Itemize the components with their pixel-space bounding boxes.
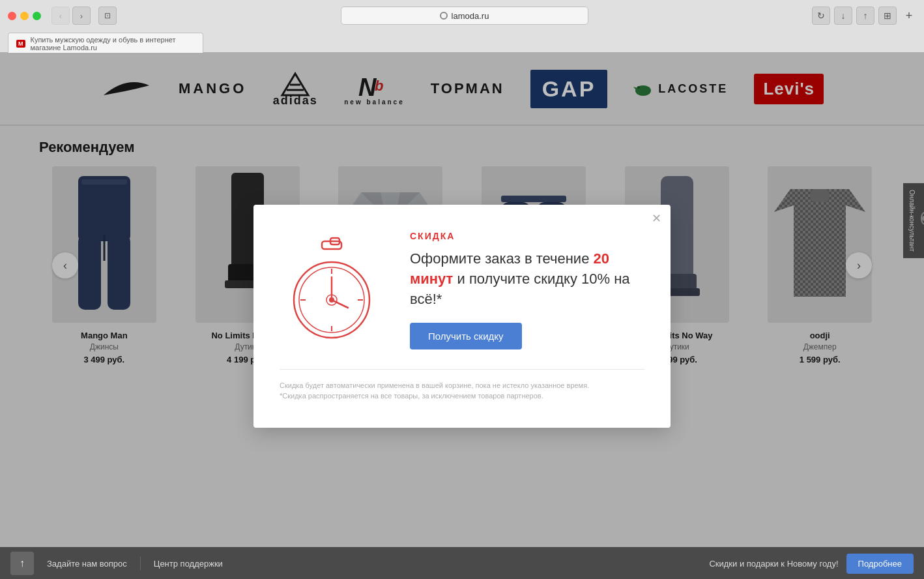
maximize-button[interactable]: [33, 12, 41, 20]
back-button[interactable]: ‹: [51, 7, 70, 25]
close-button[interactable]: [8, 12, 16, 20]
new-tab-button[interactable]: +: [902, 8, 916, 23]
headline-part1: Оформите заказ в течение: [410, 250, 594, 267]
nav-buttons: ‹ ›: [51, 7, 91, 25]
tab-bar: M Купить мужскую одежду и обувь в интерн…: [0, 31, 924, 52]
gmail-icon: M: [16, 40, 25, 48]
svg-point-40: [329, 297, 334, 303]
minimize-button[interactable]: [20, 12, 29, 20]
fullscreen-button[interactable]: ⊞: [878, 7, 897, 25]
address-bar[interactable]: lamoda.ru: [341, 7, 588, 25]
modal-footer-line2: *Скидка распространяется на все товары, …: [280, 391, 644, 402]
url-text: lamoda.ru: [452, 11, 489, 21]
browser-chrome: ‹ › ⊡ lamoda.ru ↻ ↓ ↑ ⊞ + M Купить мужск…: [0, 0, 924, 53]
bottom-bar: ↑ Задайте нам вопрос Центр поддержки Ски…: [0, 547, 924, 579]
bottom-separator: [140, 557, 141, 570]
ask-question-link[interactable]: Задайте нам вопрос: [47, 559, 127, 569]
lock-icon: [440, 12, 448, 20]
upload-arrow: ↑: [20, 557, 25, 569]
bottom-right: Скидки и подарки к Новому году! Подробне…: [709, 554, 914, 574]
share-button[interactable]: ↑: [856, 7, 874, 25]
reload-button[interactable]: ↻: [812, 7, 830, 25]
modal-headline: Оформите заказ в течение 20 минут и полу…: [410, 249, 644, 309]
address-bar-wrap: lamoda.ru: [122, 7, 807, 25]
support-center-link[interactable]: Центр поддержки: [154, 559, 223, 569]
discount-modal: ✕: [253, 205, 671, 427]
modal-overlay[interactable]: ✕: [0, 53, 924, 579]
modal-body: СКИДКА Оформите заказ в течение 20 минут…: [280, 231, 644, 349]
forward-button[interactable]: ›: [72, 7, 91, 25]
modal-content-right: СКИДКА Оформите заказ в течение 20 минут…: [410, 231, 644, 349]
stopwatch-icon: [280, 235, 384, 346]
view-toggle-button[interactable]: ⊡: [98, 7, 117, 25]
traffic-lights: [8, 12, 41, 20]
browser-titlebar: ‹ › ⊡ lamoda.ru ↻ ↓ ↑ ⊞ +: [0, 0, 924, 31]
active-tab[interactable]: M Купить мужскую одежду и обувь в интерн…: [8, 33, 203, 54]
more-button[interactable]: Подробнее: [846, 554, 914, 574]
modal-footer: Скидка будет автоматически применена в в…: [280, 369, 644, 402]
tab-title: Купить мужскую одежду и обувь в интернет…: [31, 36, 195, 52]
discount-label: СКИДКА: [410, 231, 644, 241]
modal-footer-line1: Скидка будет автоматически применена в в…: [280, 380, 644, 391]
browser-actions: ↻ ↓ ↑ ⊞: [812, 7, 897, 25]
website-content: MANGO adidas N b new balance TO: [0, 53, 924, 579]
svg-line-39: [332, 300, 348, 308]
upload-icon: ↑: [10, 552, 34, 575]
modal-close-button[interactable]: ✕: [652, 213, 661, 224]
download-button[interactable]: ↓: [834, 7, 852, 25]
promo-text: Скидки и подарки к Новому году!: [709, 559, 838, 569]
get-discount-button[interactable]: Получить скидку: [410, 323, 522, 349]
